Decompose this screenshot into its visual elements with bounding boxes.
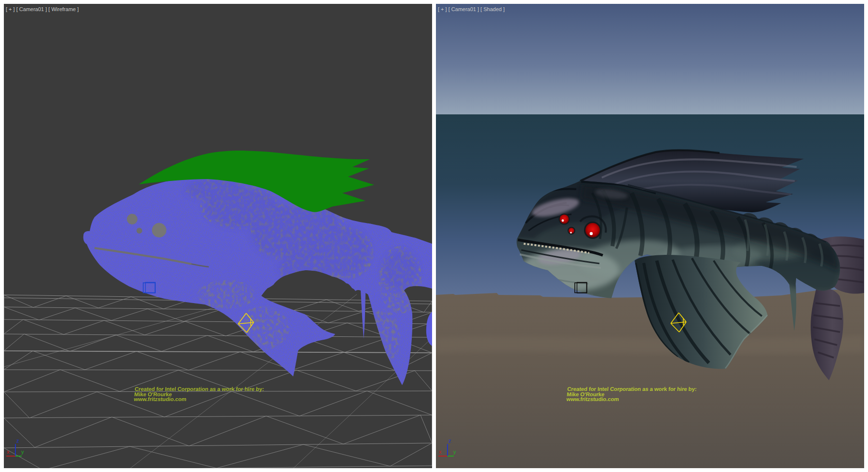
svg-text:x: x xyxy=(7,449,10,455)
svg-text:x: x xyxy=(439,449,442,455)
svg-text:y: y xyxy=(453,449,456,455)
svg-text:z: z xyxy=(448,438,451,444)
svg-text:y: y xyxy=(21,449,24,455)
svg-text:z: z xyxy=(16,438,19,444)
svg-text:www.fritzstudio.com: www.fritzstudio.com xyxy=(566,396,619,402)
svg-text:www.fritzstudio.com: www.fritzstudio.com xyxy=(133,396,187,402)
